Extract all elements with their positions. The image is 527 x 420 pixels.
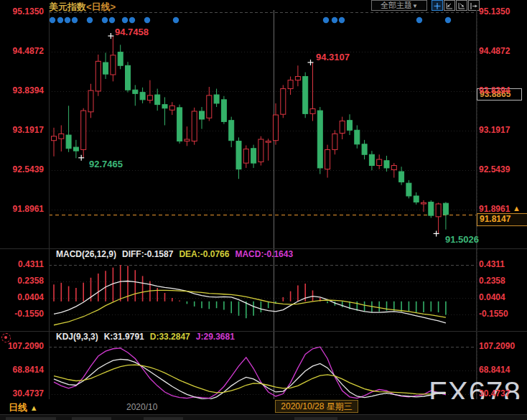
annotation-high-2: 94.3107 — [316, 52, 350, 62]
event-dot[interactable] — [144, 17, 150, 23]
x-axis-month-label: 2020/10 — [126, 402, 157, 412]
themes-dropdown-label: 全部主题 — [381, 1, 412, 9]
price-axis-label: 93.1917 — [0, 125, 44, 136]
crosshair-icon[interactable] — [432, 0, 443, 11]
kdj-j-value: J:29.3681 — [196, 332, 235, 342]
event-dot[interactable] — [65, 17, 70, 23]
zoom-out-icon[interactable] — [444, 0, 455, 11]
price-axis-label: 107.2090 — [0, 341, 44, 352]
event-dot[interactable] — [57, 17, 63, 23]
price-axis-label: -0.1550 — [479, 309, 508, 319]
chevron-down-icon: ▼ — [412, 3, 418, 9]
annotation-high-1: 94.7458 — [115, 27, 149, 37]
triangle-up-icon: ▲ — [30, 403, 38, 412]
kdj-d-value: D:33.2847 — [150, 332, 190, 342]
price-axis-label: 30.4737 — [0, 388, 44, 399]
last-price-box: 91.8147 — [477, 213, 527, 226]
price-axis-label: 0.0404 — [0, 292, 44, 303]
macd-dea-value: DEA:-0.0766 — [179, 249, 229, 259]
strip-mark — [294, 417, 337, 420]
price-axis-label: 91.8961 — [0, 204, 44, 215]
themes-dropdown[interactable]: 全部主题▼ — [371, 0, 427, 11]
price-axis-label: 94.4872 — [0, 46, 44, 57]
price-axis-label: 92.5439 — [0, 164, 44, 175]
price-axis-label: 0.4311 — [479, 259, 505, 270]
bottom-strip — [0, 414, 527, 420]
price-axis-label: 0.4311 — [0, 259, 44, 270]
period-label: 日线 — [9, 402, 27, 413]
selected-date-label: 2020/10/28 星期三 — [275, 400, 358, 413]
price-up-arrow-icon: ▲ — [513, 205, 521, 213]
price-axis-label: 95.1350 — [479, 6, 510, 17]
annotation-low-2: 91.5026 — [445, 234, 479, 245]
macd-header[interactable]: MACD(26,12,9)DIFF:-0.1587DEA:-0.0766MACD… — [56, 249, 299, 259]
event-dot[interactable] — [332, 17, 337, 23]
annotation-low-1: 92.7465 — [89, 159, 123, 169]
price-axis-label: 0.2358 — [0, 276, 44, 286]
price-axis-label: 93.1917 — [479, 125, 510, 136]
price-axis-label: 30.4737 — [479, 388, 510, 399]
strip-mark — [6, 417, 56, 420]
price-axis-label: 91.8961 — [479, 204, 510, 215]
price-axis-label: 93.8394 — [479, 85, 510, 96]
event-dot[interactable] — [339, 17, 345, 23]
kdj-header[interactable]: KDJ(9,3,3)K:31.9791D:33.2847J:29.3681 — [56, 332, 241, 342]
kdj-k-value: K:31.9791 — [104, 332, 144, 342]
price-axis-label: -0.1550 — [0, 309, 44, 319]
price-axis-label: 94.4872 — [479, 46, 510, 57]
event-dot[interactable] — [416, 17, 422, 23]
event-dot[interactable] — [109, 17, 115, 23]
event-dot[interactable] — [129, 17, 135, 23]
period-selector[interactable]: 日线 ▲ — [9, 401, 38, 414]
event-dot[interactable] — [323, 17, 329, 23]
trading-app-window: 全部主题▼ 美元指数<日线> 94.7458 — [0, 0, 527, 420]
kdj-name: KDJ(9,3,3) — [56, 332, 98, 342]
price-axis-label: 0.0404 — [479, 292, 505, 303]
chart-title: 美元指数<日线> — [49, 1, 116, 14]
macd-macd-value: MACD:-0.1643 — [235, 249, 293, 259]
price-axis-label: 68.8414 — [479, 365, 510, 375]
strip-mark — [72, 417, 111, 420]
shift-right-icon[interactable] — [468, 0, 480, 11]
event-dot[interactable] — [72, 17, 78, 23]
macd-name: MACD(26,12,9) — [56, 249, 116, 259]
event-dot[interactable] — [122, 17, 128, 23]
zoom-in-icon[interactable] — [456, 0, 467, 11]
event-dot[interactable] — [445, 17, 451, 23]
chart-canvas[interactable] — [0, 0, 527, 420]
strip-mark — [144, 417, 183, 420]
period-tag: <日线> — [86, 1, 116, 12]
left-gutter-divider — [49, 10, 50, 414]
event-dot[interactable] — [50, 17, 55, 23]
price-axis-label: 68.8414 — [0, 365, 44, 375]
bottom-bar: 日线 ▲ 2020/10 2020/10/28 星期三 — [0, 399, 527, 414]
price-axis-label: 95.1350 — [0, 6, 44, 17]
event-dot[interactable] — [102, 17, 108, 23]
price-axis-label: 0.2358 — [479, 276, 505, 286]
symbol-name: 美元指数 — [49, 1, 86, 12]
right-gutter-divider — [476, 10, 477, 414]
macd-diff-value: DIFF:-0.1587 — [122, 249, 173, 259]
price-axis-label: 93.8394 — [0, 85, 44, 96]
price-axis-label: 92.5439 — [479, 164, 510, 175]
event-dot[interactable] — [173, 17, 179, 23]
event-dot[interactable] — [87, 17, 93, 23]
price-axis-label: 107.2090 — [479, 341, 515, 352]
